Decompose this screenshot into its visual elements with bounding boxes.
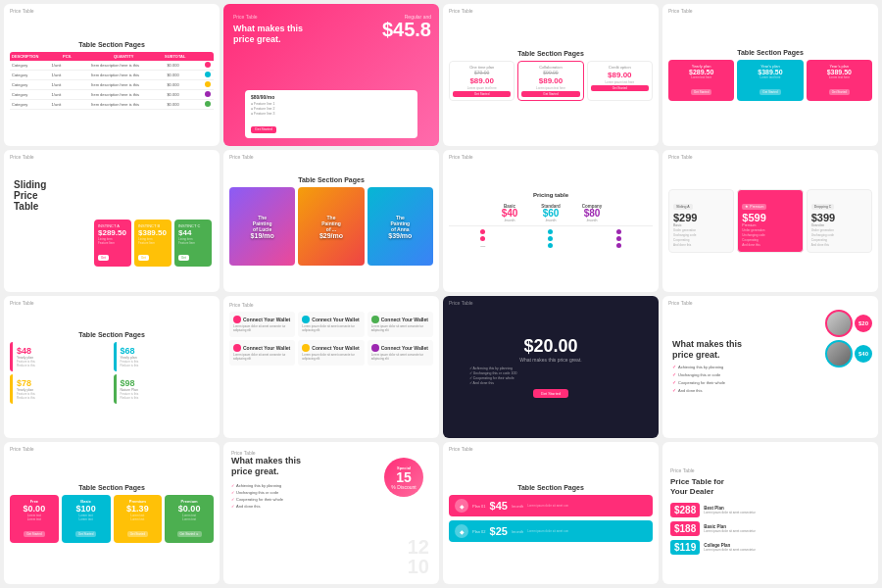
sc-price: $599 xyxy=(742,212,798,223)
dealer-row-2: $188 Basic Plan Lorem ipsum dolor sit am… xyxy=(670,521,870,536)
cg-text: Lorem ipsum dolor sit amet consecte tur … xyxy=(302,354,360,362)
sc-line: And done this xyxy=(742,243,798,247)
plan-btn[interactable]: Get Started xyxy=(453,91,511,97)
cell6-title: Table Section Pages xyxy=(298,176,365,183)
feature-line: ✓ Achieving this by planning xyxy=(469,367,632,370)
plan-price: $45 xyxy=(490,500,508,512)
avatar-circle xyxy=(825,340,853,368)
art-text-2: ThePaintingof ... xyxy=(321,215,341,232)
sc-line: Unchanging code xyxy=(673,233,729,237)
sc-line: Unchanging code xyxy=(742,233,798,237)
cell11-get-started-button[interactable]: Get Started xyxy=(533,389,568,398)
pc-btn[interactable]: Get xyxy=(138,255,149,261)
table-row: Category 1/unit Item description here is… xyxy=(10,61,214,71)
cell-small-grid: Price Table Table Section Pages $48 Year… xyxy=(4,296,220,438)
table-row: Category 1/unit Item description here is… xyxy=(10,71,214,80)
cell-connect-wallet: Price Table Connect Your Wallet Lorem ip… xyxy=(223,296,439,438)
cell5-cards: INSTINCT A $289.50 Lining item Feature I… xyxy=(10,220,214,267)
cell10-small-label: Price Table xyxy=(229,302,254,308)
cell4-title: Table Section Pages xyxy=(737,49,804,56)
bc-btn[interactable]: Get Started xyxy=(24,531,44,537)
dr-price: $188 xyxy=(670,521,700,536)
price-circle-2: $40 xyxy=(825,340,872,368)
cell9-title: Table Section Pages xyxy=(78,331,145,338)
plan-price: $389.50 xyxy=(741,69,799,75)
cg-title: Connect Your Wallet xyxy=(233,316,291,323)
cg-text: Lorem ipsum dolor sit amet consecte tur … xyxy=(371,354,429,362)
sg-line: Reduce is this xyxy=(17,364,107,368)
td-pcs: 1/unit xyxy=(50,100,90,109)
plan-btn[interactable]: Get Started xyxy=(521,91,579,97)
cell13-small-label: Price Table xyxy=(10,446,34,452)
num-2: 10 xyxy=(408,557,429,576)
dealer-row-3: $119 College Plan Lorem ipsum dolor sit … xyxy=(670,540,870,555)
pt-cell xyxy=(532,229,569,234)
art-overlay-3: ThePaintingof Anna $39/mo xyxy=(368,187,433,266)
td-sub: $0.000 xyxy=(165,61,205,70)
th-desc: DESCRIPTION xyxy=(10,52,61,61)
plan-desc: Lorem ipsum text here xyxy=(521,86,579,90)
plan-desc: Lorem ipsum text here xyxy=(453,86,511,90)
cell14-item4: ✓ And done this xyxy=(231,504,341,509)
plan-btn[interactable]: Get Started xyxy=(760,89,780,95)
wc-feature2: ● Feature line 2 xyxy=(251,107,412,111)
plan-btn[interactable]: Get Started xyxy=(829,89,850,95)
pt-row xyxy=(449,236,653,241)
pt-cell xyxy=(532,236,569,241)
plan-yearly: Yearly plan $289.50 Lorem text here Get … xyxy=(668,60,734,101)
pt-col-standard: Standard $60 /month xyxy=(532,204,569,222)
plan-btn[interactable]: Get Started xyxy=(691,89,711,95)
td-name: Category xyxy=(10,61,50,70)
bc-btn[interactable]: Get Started xyxy=(127,531,148,537)
cell9-grid: $48 Yearly plan Feature is this Reduce i… xyxy=(10,342,214,404)
pc-price: $44 xyxy=(178,228,208,237)
col-price: $40 xyxy=(491,209,528,219)
sg-item-3: $78 Yearly plan Feature is this Reduce i… xyxy=(10,374,111,404)
table-header: DESCRIPTION PCS. QUANTITY SUBTOTAL xyxy=(10,52,214,61)
sc-a: Sliding A $299 Basic Under generation Un… xyxy=(668,189,734,253)
col-price: $80 xyxy=(573,209,611,219)
cell11-small-label: Price Table xyxy=(449,300,473,306)
bc-btn[interactable]: Get Started ➤ xyxy=(177,531,202,537)
cell-art-paintings: Price Table Table Section Pages ThePaint… xyxy=(223,150,439,292)
cell8-small-label: Price Table xyxy=(668,154,693,160)
plan-desc: Lorem text here xyxy=(672,75,730,79)
plan-btn[interactable]: Get Started xyxy=(591,85,649,91)
cell4-pricing-cols: Yearly plan $289.50 Lorem text here Get … xyxy=(668,60,872,101)
bc-line: Lorem text xyxy=(169,517,210,521)
dr-desc: Lorem ipsum dolor sit amet consectetur xyxy=(704,529,756,533)
art-price-3: $39/mo xyxy=(388,232,412,239)
check-icon: ✓ xyxy=(672,371,676,377)
check-icon: ✓ xyxy=(672,364,676,369)
cell14-item3: ✓ Cooperating for their whole xyxy=(231,497,341,502)
cell6-small-label: Price Table xyxy=(229,154,254,160)
cg-text: Lorem ipsum dolor sit amet consecte tur … xyxy=(371,325,429,333)
art-col-3: ThePaintingof Anna $39/mo xyxy=(368,187,433,266)
plan-desc: Lorem text here xyxy=(810,75,868,79)
cell11-features: ✓ Achieving this by planning ✓ Unchangin… xyxy=(469,367,632,385)
plan-premium: Premium $1.39 Lorem text Lorem text Get … xyxy=(114,495,163,543)
cg-item-6: Connect Your Wallet Lorem ipsum dolor si… xyxy=(368,340,433,366)
td-qty: Item description here is this xyxy=(89,61,165,70)
sc-line: Under generation xyxy=(673,228,729,232)
col-sub: /month xyxy=(532,219,569,222)
pc-btn[interactable]: Get xyxy=(98,255,109,261)
pc-price: $289.50 xyxy=(98,228,127,237)
dr-price: $119 xyxy=(670,540,700,555)
check-icon: ✓ xyxy=(231,504,234,509)
cell-discount-price: Price Table Special 15 % Discount What m… xyxy=(223,442,439,584)
status-dot xyxy=(205,81,211,87)
sc-c: Dropping C $399 Granden Under generation… xyxy=(807,189,872,253)
cg-item-4: Connect Your Wallet Lorem ipsum dolor si… xyxy=(229,340,295,366)
bc-btn[interactable]: Get Started xyxy=(75,531,96,537)
sg-item-4: $98 Nature Plan Feature is this Reduce i… xyxy=(114,374,215,404)
discount-badge: Special 15 % Discount xyxy=(384,458,423,497)
plan-one-time: One time plan $79.00 $89.00 Lorem ipsum … xyxy=(449,61,514,101)
cell12-item4: ✓ And done this xyxy=(672,387,868,393)
plan-price: $89.00 xyxy=(591,71,649,79)
plan-period: /month xyxy=(512,504,523,509)
cell-table-section-1: Price Table Table Section Pages DESCRIPT… xyxy=(4,4,220,146)
cell14-discount-circle: Special 15 % Discount xyxy=(392,450,431,489)
wc-get-started-button[interactable]: Get Started xyxy=(251,126,276,133)
pc-btn[interactable]: Get xyxy=(178,255,189,261)
